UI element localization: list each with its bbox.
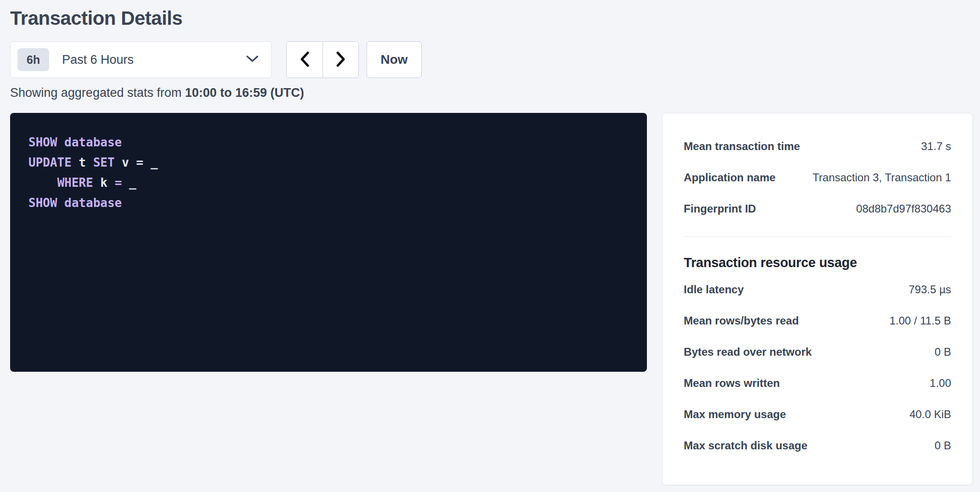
aggregation-window-prefix: Showing aggregated stats from <box>10 86 185 100</box>
sql-token: _ <box>122 176 136 190</box>
sql-token: SHOW <box>28 135 57 149</box>
card-divider <box>684 236 951 237</box>
sql-line: UPDATE t SET v = _ <box>28 152 629 173</box>
stat-value: Transaction 3, Transaction 1 <box>813 171 951 184</box>
chevron-right-icon <box>335 51 346 68</box>
stat-value: 08d8b7d97f830463 <box>856 202 951 215</box>
stat-row: Mean rows written1.00 <box>684 368 951 399</box>
stat-value: 793.5 µs <box>908 283 951 296</box>
stat-row: Mean transaction time31.7 s <box>684 131 951 162</box>
page-title: Transaction Details <box>10 6 973 30</box>
stat-value: 1.00 / 11.5 B <box>890 314 951 327</box>
sql-token <box>57 135 65 149</box>
stat-label: Application name <box>684 171 785 184</box>
time-controls: 6h Past 6 Hours <box>10 41 973 78</box>
stat-label: Idle latency <box>684 283 753 296</box>
sql-token: database <box>64 135 122 149</box>
time-range-badge: 6h <box>17 48 49 71</box>
sql-token: UPDATE <box>28 156 72 169</box>
stat-label: Bytes read over network <box>684 346 821 358</box>
stat-value: 0 B <box>935 439 951 452</box>
stat-row: Fingerprint ID08d8b7d97f830463 <box>684 193 951 224</box>
next-time-range-button[interactable] <box>323 42 358 78</box>
transaction-details-card: Mean transaction time31.7 sApplication n… <box>662 113 973 485</box>
stat-value: 1.00 <box>930 377 951 390</box>
stat-label: Mean rows written <box>684 377 789 390</box>
stat-row: Mean rows/bytes read1.00 / 11.5 B <box>684 305 951 336</box>
stat-label: Fingerprint ID <box>684 202 765 215</box>
sql-token: WHERE <box>57 176 93 190</box>
stat-value: 31.7 s <box>921 140 951 153</box>
sql-token: k <box>93 176 115 190</box>
stat-label: Max memory usage <box>684 408 795 421</box>
sql-token: v = _ <box>115 156 158 169</box>
stat-row: Application nameTransaction 3, Transacti… <box>684 162 951 193</box>
sql-token: SET <box>93 156 115 169</box>
transaction-details-page: Transaction Details 6h Past 6 Hours <box>0 0 980 492</box>
sql-line: SHOW database <box>28 193 629 213</box>
stat-row: Idle latency793.5 µs <box>684 274 951 305</box>
summary-stats: Mean transaction time31.7 sApplication n… <box>684 131 951 224</box>
stat-label: Mean transaction time <box>684 140 809 153</box>
sql-token: = <box>115 176 122 190</box>
sql-token: database <box>64 196 122 210</box>
stat-value: 0 B <box>935 346 951 358</box>
sql-line: WHERE k = _ <box>28 173 629 193</box>
stat-row: Max memory usage40.0 KiB <box>684 399 951 430</box>
sql-token: t <box>72 156 93 169</box>
sql-token <box>57 196 65 210</box>
main-content: SHOW databaseUPDATE t SET v = _ WHERE k … <box>10 113 973 485</box>
aggregation-window-text: Showing aggregated stats from 10:00 to 1… <box>10 85 973 100</box>
stat-row: Bytes read over network0 B <box>684 336 951 368</box>
sql-token <box>28 176 57 190</box>
time-range-dropdown[interactable]: 6h Past 6 Hours <box>10 41 272 78</box>
sql-line: SHOW database <box>28 132 629 152</box>
time-range-label: Past 6 Hours <box>62 53 246 67</box>
resource-usage-stats: Idle latency793.5 µsMean rows/bytes read… <box>684 274 951 461</box>
aggregation-window-range: 10:00 to 16:59 (UTC) <box>185 86 304 100</box>
chevron-down-icon <box>246 55 258 64</box>
stat-label: Mean rows/bytes read <box>684 314 808 327</box>
sql-statement-box: SHOW databaseUPDATE t SET v = _ WHERE k … <box>10 113 647 372</box>
sql-token: SHOW <box>28 196 57 210</box>
previous-time-range-button[interactable] <box>287 42 323 78</box>
stat-label: Max scratch disk usage <box>684 439 816 452</box>
resource-usage-heading: Transaction resource usage <box>684 255 951 270</box>
stat-value: 40.0 KiB <box>909 408 951 421</box>
stat-row: Max scratch disk usage0 B <box>684 430 951 461</box>
now-button[interactable]: Now <box>367 41 422 78</box>
chevron-left-icon <box>299 51 310 68</box>
time-step-buttons <box>286 41 359 78</box>
